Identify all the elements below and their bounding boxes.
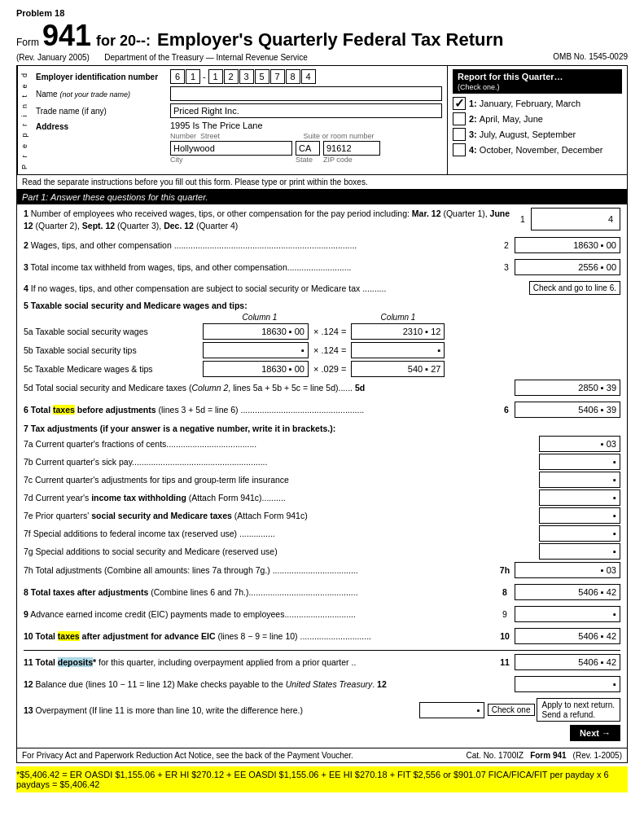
line7-header: 7 Tax adjustments (if your answer is a n…	[24, 424, 620, 433]
quarter-option-2[interactable]: 2: April, May, June	[453, 112, 622, 125]
line10-num: 10	[495, 631, 515, 641]
bottom-note: *$5,406.42 = ER OASDI $1,155.06 + ER HI …	[16, 766, 628, 792]
line5a-col2[interactable]: 2310 ▪ 12	[351, 323, 445, 340]
line1-value[interactable]: 4	[531, 208, 620, 230]
line2-value[interactable]: 18630 ▪ 00	[515, 237, 620, 253]
rev-footer-label: (Rev. 1-2005)	[573, 751, 622, 760]
line7h-value[interactable]: ▪ 03	[515, 562, 620, 578]
line7b-value[interactable]: ▪	[539, 454, 620, 470]
dept-label: Department of the Treasury — Internal Re…	[104, 53, 308, 62]
ein-box-9[interactable]: 4	[301, 69, 316, 84]
col2-header: Column 1	[349, 313, 447, 322]
line5a-op: × .124 =	[313, 327, 346, 336]
line9-value[interactable]: ▪	[515, 606, 620, 622]
line7f-value[interactable]: ▪	[539, 525, 620, 542]
line1-num: 1	[515, 214, 531, 224]
line13-input[interactable]: ▪	[419, 702, 484, 718]
name-input[interactable]	[170, 86, 442, 101]
line5b-op: × .124 =	[313, 345, 346, 355]
line9-text: 9 Advance earned income credit (EIC) pay…	[24, 609, 495, 619]
line8-value[interactable]: 5406 ▪ 42	[515, 584, 620, 600]
address-line1: 1995 Is The Price Lane	[170, 121, 442, 130]
form-title: Employer's Quarterly Federal Tax Return	[157, 29, 503, 50]
quarter-option-1[interactable]: ✓ 1: January, February, March	[453, 97, 622, 110]
problem-label: Problem 18	[16, 8, 628, 18]
ein-box-7[interactable]: 7	[270, 69, 285, 84]
line7f-label: 7f Special additions to federal income t…	[24, 529, 539, 538]
line12-text: 12 Balance due (lines 10 − 11 = line 12)…	[24, 679, 515, 689]
preprinted-label: P r e p r i n t e d	[17, 66, 31, 174]
ein-box-5[interactable]: 3	[239, 69, 254, 84]
line4-check[interactable]: Check and go to line 6.	[529, 281, 620, 295]
zip-input[interactable]	[323, 141, 380, 156]
state-input[interactable]	[296, 141, 320, 156]
line9-num: 9	[495, 609, 515, 619]
city-input[interactable]	[170, 141, 292, 156]
privacy-text: For Privacy Act and Paperwork Reduction …	[22, 751, 353, 760]
line7c-value[interactable]: ▪	[539, 472, 620, 488]
line5a-label: 5a Taxable social security wages	[24, 327, 203, 336]
line1-text: 1 Number of employees who received wages…	[24, 208, 511, 231]
line3-value[interactable]: 2556 ▪ 00	[515, 259, 620, 275]
line12-value[interactable]: ▪	[515, 676, 620, 692]
cat-label: Cat. No. 1700IZ	[467, 751, 524, 760]
line11-value[interactable]: 5406 ▪ 42	[515, 654, 620, 670]
ein-box-4[interactable]: 2	[224, 69, 239, 84]
send-refund-option[interactable]: Send a refund.	[542, 710, 616, 719]
line5a-col1[interactable]: 18630 ▪ 00	[203, 323, 309, 340]
line8-num: 8	[495, 587, 515, 597]
line4-text: 4 If no wages, tips, and other compensat…	[24, 283, 526, 293]
line5c-label: 5c Taxable Medicare wages & tips	[24, 364, 203, 374]
trade-input[interactable]	[170, 103, 442, 118]
line5d-text: 5d Total social security and Medicare ta…	[24, 383, 515, 393]
omb-label: OMB No. 1545-0029	[553, 52, 628, 62]
ein-box-2[interactable]: 1	[186, 69, 200, 84]
line7a-label: 7a Current quarter's fractions of cents.…	[24, 439, 539, 449]
line7b-label: 7b Current quarter's sick pay...........…	[24, 457, 539, 467]
line7g-value[interactable]: ▪	[539, 543, 620, 560]
line13-text: 13 Overpayment (If line 11 is more than …	[24, 705, 419, 715]
ein-box-3[interactable]: 1	[208, 69, 223, 84]
line10-value[interactable]: 5406 ▪ 42	[515, 628, 620, 644]
line8-text: 8 Total taxes after adjustments (Combine…	[24, 587, 495, 597]
ein-box-6[interactable]: 5	[255, 69, 269, 84]
address-label: Address	[36, 121, 170, 131]
line10-text: 10 Total taxes after adjustment for adva…	[24, 631, 495, 641]
form-footer-label: Form 941	[530, 751, 566, 760]
line5c-col1[interactable]: 18630 ▪ 00	[203, 361, 309, 377]
quarter-option-3[interactable]: 3: July, August, September	[453, 128, 622, 141]
line7a-value[interactable]: ▪ 03	[539, 436, 620, 452]
line5c-op: × .029 =	[313, 364, 346, 374]
line7h-text: 7h Total adjustments (Combine all amount…	[24, 565, 495, 575]
line11-num: 11	[495, 657, 515, 667]
line3-text: 3 Total income tax withheld from wages, …	[24, 262, 498, 272]
line5d-value[interactable]: 2850 ▪ 39	[515, 380, 620, 396]
col1-header: Column 1	[203, 313, 317, 322]
rev-label: (Rev. January 2005)	[16, 53, 90, 62]
trade-label: Trade name (if any)	[36, 107, 170, 116]
line6-num: 6	[498, 405, 515, 415]
line7c-label: 7c Current quarter's adjustments for tip…	[24, 475, 539, 485]
line5b-col1[interactable]: ▪	[203, 342, 309, 358]
line5c-col2[interactable]: 540 ▪ 27	[351, 361, 445, 377]
line5b-label: 5b Taxable social security tips	[24, 345, 203, 355]
next-button[interactable]: Next →	[570, 725, 620, 741]
line5b-col2[interactable]: ▪	[351, 342, 445, 358]
ein-box-1[interactable]: 6	[170, 69, 185, 84]
apply-next-option[interactable]: Apply to next return.	[542, 700, 616, 709]
instructions-row: Read the separate instructions before yo…	[17, 175, 627, 190]
line2-num: 2	[498, 240, 515, 250]
line7e-value[interactable]: ▪	[539, 507, 620, 524]
for-text: for 20--:	[96, 33, 151, 50]
line2-text: 2 Wages, tips, and other compensation ..…	[24, 240, 498, 250]
quarter-title: Report for this Quarter… (Check one.)	[453, 69, 622, 94]
check-one-box: Check one	[488, 704, 535, 716]
line7d-value[interactable]: ▪	[539, 489, 620, 506]
line3-num: 3	[498, 262, 515, 272]
form-label: Form	[16, 37, 39, 48]
quarter-option-4[interactable]: 4: October, November, December	[453, 143, 622, 156]
form-number: 941	[42, 21, 91, 50]
line6-value[interactable]: 5406 ▪ 39	[515, 402, 620, 418]
ein-box-8[interactable]: 8	[286, 69, 300, 84]
line5-header: 5 Taxable social security and Medicare w…	[24, 301, 620, 310]
